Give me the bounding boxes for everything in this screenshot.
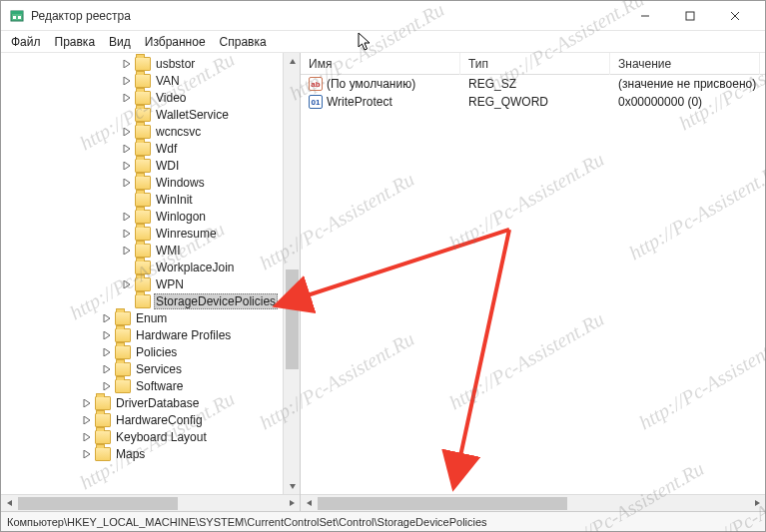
scroll-thumb[interactable]: [18, 497, 178, 510]
tree-vertical-scrollbar[interactable]: [283, 53, 300, 494]
column-header-type[interactable]: Тип: [460, 53, 610, 75]
column-header-value[interactable]: Значение: [610, 53, 760, 75]
folder-icon: [115, 328, 131, 342]
tree-item[interactable]: usbstor: [1, 55, 300, 72]
svg-marker-33: [755, 500, 760, 506]
expander-closed-icon[interactable]: [81, 448, 93, 460]
close-button[interactable]: [712, 1, 757, 31]
menu-file[interactable]: Файл: [11, 35, 41, 49]
value-data: 0x00000000 (0): [610, 95, 760, 109]
minimize-button[interactable]: [622, 1, 667, 31]
scroll-thumb[interactable]: [286, 269, 299, 369]
scroll-left-arrow[interactable]: [301, 495, 318, 512]
tree-item[interactable]: Wdf: [1, 140, 300, 157]
expander-closed-icon[interactable]: [121, 75, 133, 87]
expander-closed-icon[interactable]: [101, 312, 113, 324]
expander-closed-icon[interactable]: [121, 177, 133, 189]
expander-closed-icon[interactable]: [81, 397, 93, 409]
tree-item[interactable]: Policies: [1, 343, 300, 360]
scroll-up-arrow[interactable]: [284, 53, 301, 70]
folder-icon: [135, 176, 151, 190]
tree-item[interactable]: Maps: [1, 445, 300, 462]
folder-icon: [135, 193, 151, 207]
expander-closed-icon[interactable]: [121, 211, 133, 223]
tree-item[interactable]: Hardware Profiles: [1, 326, 300, 343]
expander-closed-icon[interactable]: [121, 92, 133, 104]
tree-item[interactable]: WalletService: [1, 106, 300, 123]
expander-closed-icon[interactable]: [101, 363, 113, 375]
status-path: Компьютер\HKEY_LOCAL_MACHINE\SYSTEM\Curr…: [7, 516, 487, 528]
list-view[interactable]: ab(По умолчанию)REG_SZ(значение не присв…: [301, 75, 765, 494]
expander-closed-icon[interactable]: [121, 126, 133, 138]
column-header-name[interactable]: Имя: [301, 53, 460, 75]
scroll-right-arrow[interactable]: [283, 495, 300, 512]
scroll-right-arrow[interactable]: [748, 495, 765, 512]
tree-item[interactable]: Enum: [1, 309, 300, 326]
folder-icon: [95, 413, 111, 427]
tree-item[interactable]: HardwareConfig: [1, 411, 300, 428]
tree-item-label: Enum: [134, 311, 169, 325]
svg-marker-28: [290, 59, 296, 64]
menu-favorites[interactable]: Избранное: [145, 35, 206, 49]
scroll-track[interactable]: [18, 495, 283, 512]
folder-icon: [115, 311, 131, 325]
tree-item[interactable]: DriverDatabase: [1, 394, 300, 411]
tree-item[interactable]: wcncsvc: [1, 123, 300, 140]
tree-item-label: WinInit: [154, 193, 195, 207]
tree-item[interactable]: WDI: [1, 157, 300, 174]
tree-item-label: VAN: [154, 74, 182, 88]
tree-item[interactable]: Software: [1, 377, 300, 394]
folder-icon: [135, 91, 151, 105]
svg-marker-21: [104, 348, 110, 356]
tree-item-label: Video: [154, 91, 188, 105]
tree-item-label: wcncsvc: [154, 125, 203, 139]
menu-view[interactable]: Вид: [109, 35, 131, 49]
scroll-down-arrow[interactable]: [284, 477, 301, 494]
expander-closed-icon[interactable]: [121, 58, 133, 70]
scroll-thumb[interactable]: [318, 497, 567, 510]
tree-item[interactable]: Winlogon: [1, 208, 300, 225]
tree-item[interactable]: VAN: [1, 72, 300, 89]
tree-item-label: StorageDevicePolicies: [154, 293, 278, 309]
menu-help[interactable]: Справка: [220, 35, 267, 49]
folder-icon: [135, 57, 151, 71]
tree-item[interactable]: Keyboard Layout: [1, 428, 300, 445]
tree-item[interactable]: WPN: [1, 275, 300, 292]
tree-item[interactable]: WMI: [1, 242, 300, 259]
tree-pane: usbstorVANVideoWalletServicewcncsvcWdfWD…: [1, 53, 301, 511]
tree-view[interactable]: usbstorVANVideoWalletServicewcncsvcWdfWD…: [1, 53, 300, 494]
menu-edit[interactable]: Правка: [55, 35, 96, 49]
tree-item[interactable]: StorageDevicePolicies: [1, 292, 300, 309]
expander-closed-icon[interactable]: [121, 245, 133, 257]
expander-closed-icon[interactable]: [121, 228, 133, 240]
list-row[interactable]: ab(По умолчанию)REG_SZ(значение не присв…: [301, 75, 765, 93]
tree-item[interactable]: WorkplaceJoin: [1, 259, 300, 275]
svg-marker-29: [290, 484, 296, 489]
folder-icon: [135, 108, 151, 122]
expander-closed-icon[interactable]: [121, 278, 133, 290]
expander-closed-icon[interactable]: [101, 380, 113, 392]
tree-item[interactable]: Windows: [1, 174, 300, 191]
svg-rect-2: [13, 16, 16, 19]
scroll-track[interactable]: [284, 70, 300, 477]
tree-item[interactable]: WinInit: [1, 191, 300, 208]
expander-closed-icon[interactable]: [121, 160, 133, 172]
tree-item-label: Windows: [154, 176, 207, 190]
scroll-left-arrow[interactable]: [1, 495, 18, 512]
scroll-track[interactable]: [318, 495, 748, 512]
expander-closed-icon[interactable]: [101, 329, 113, 341]
list-row[interactable]: 01WriteProtectREG_QWORD0x00000000 (0): [301, 93, 765, 111]
value-name: WriteProtect: [327, 95, 392, 109]
maximize-button[interactable]: [667, 1, 712, 31]
expander-closed-icon[interactable]: [101, 346, 113, 358]
expander-closed-icon[interactable]: [121, 143, 133, 155]
expander-closed-icon[interactable]: [81, 431, 93, 443]
tree-item[interactable]: Video: [1, 89, 300, 106]
tree-horizontal-scrollbar[interactable]: [1, 494, 300, 511]
tree-item[interactable]: Services: [1, 360, 300, 377]
tree-item[interactable]: Winresume: [1, 225, 300, 242]
folder-icon: [135, 159, 151, 173]
list-pane: Имя Тип Значение ab(По умолчанию)REG_SZ(…: [301, 53, 765, 511]
expander-closed-icon[interactable]: [81, 414, 93, 426]
list-horizontal-scrollbar[interactable]: [301, 494, 765, 511]
